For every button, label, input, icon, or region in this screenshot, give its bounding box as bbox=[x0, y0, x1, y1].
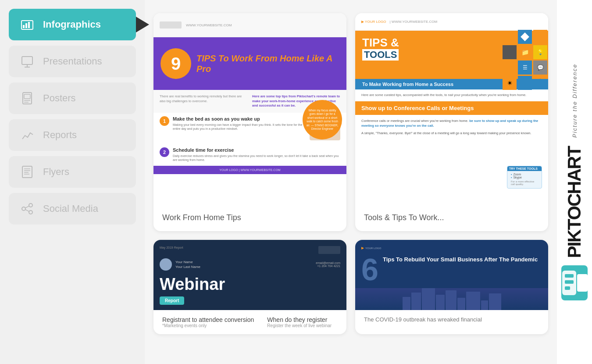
sidebar-item-reports-label: Reports bbox=[43, 129, 77, 141]
webinar-profile-row: Your Name Your Last Name email@email.com… bbox=[160, 258, 340, 271]
webinar-title: Webinar bbox=[160, 276, 340, 293]
inf1-title-text: To Work From Home Like A Pro bbox=[196, 54, 332, 74]
inf1-subtitle-left: There are real benefits to working remot… bbox=[160, 94, 248, 108]
svg-rect-23 bbox=[565, 280, 574, 284]
inf1-footer: YOUR LOGO | WWW.YOURWEBSITE.COM bbox=[153, 166, 346, 174]
brand-panel: Picture the Difference PIKTOCHART bbox=[557, 0, 592, 364]
webinar-report-year: May 2019 Report bbox=[160, 246, 183, 249]
inf1-tip2-title: Schedule time for exercise bbox=[173, 147, 340, 153]
shape-9: 💬 bbox=[533, 61, 547, 75]
webinar-card-image: May 2019 Report Your Name Your Last Name… bbox=[153, 240, 346, 310]
work-from-home-image: WWW.YOURWEBSITE.COM 9 TIPS To Work From … bbox=[153, 13, 346, 206]
rebuild-logo: YOUR LOGO bbox=[361, 246, 381, 250]
inf1-number: 9 bbox=[160, 48, 191, 79]
cursor-arrow bbox=[136, 17, 149, 32]
inf1-tip1-body: Making your bed every morning can have a… bbox=[173, 123, 306, 132]
inf1-tip2-body: Daily exercise reduces stress and gives … bbox=[173, 154, 340, 163]
webinar-card-inner: May 2019 Report Your Name Your Last Name… bbox=[153, 240, 346, 310]
sidebar-item-presentations[interactable]: Presentations bbox=[9, 46, 136, 77]
rebuild-top: YOUR LOGO bbox=[361, 246, 542, 250]
inf1-title: TIPS To Work From Home Like A Pro bbox=[196, 53, 339, 74]
building-1 bbox=[403, 297, 410, 310]
svg-rect-2 bbox=[25, 23, 27, 28]
sidebar-item-presentations-label: Presentations bbox=[43, 56, 102, 67]
shape-1 bbox=[503, 30, 517, 44]
webinar-contact: email@email.com +1 204 704 4221 bbox=[316, 261, 340, 268]
shape-2 bbox=[518, 30, 532, 44]
shape-8: ☰ bbox=[518, 61, 532, 75]
rebuild-title: Tips To Rebuild Your Small Business Afte… bbox=[383, 256, 538, 264]
svg-rect-4 bbox=[22, 57, 32, 64]
sidebar-item-social-media-label: Social Media bbox=[43, 203, 98, 214]
inf1-hero: 9 TIPS To Work From Home Like A Pro bbox=[153, 37, 346, 90]
webinar-name-text: Your Name bbox=[175, 260, 200, 264]
building-8 bbox=[481, 300, 488, 310]
rebuild-logo-text: YOUR LOGO bbox=[365, 247, 381, 250]
svg-rect-24 bbox=[565, 286, 570, 290]
infographics-icon bbox=[19, 17, 35, 32]
webinar-last-name: Your Last Name bbox=[175, 264, 200, 269]
svg-rect-8 bbox=[24, 94, 30, 99]
brand-logo-icon bbox=[561, 265, 588, 300]
infographic-2: ▶ YOUR LOGO | WWW.YOURWEBSITE.COM 📁 💡 ☰ bbox=[355, 13, 548, 206]
main-content: WWW.YOURWEBSITE.COM 9 TIPS To Work From … bbox=[145, 0, 557, 364]
shape-3 bbox=[533, 30, 547, 44]
webinar-card-footer: Registrant to attendee conversion *Marke… bbox=[153, 310, 346, 334]
inf2-tools-note: For a more effective call quality. bbox=[511, 180, 538, 186]
webinar-phone: +1 204 704 4221 bbox=[316, 264, 340, 268]
building-4 bbox=[436, 295, 445, 310]
webinar-footer-left: Registrant to attendee conversion *Marke… bbox=[162, 316, 254, 328]
reports-icon bbox=[19, 127, 35, 143]
webinar-report-label: Report bbox=[160, 296, 184, 305]
inf1-tips-word: TIPS bbox=[196, 54, 216, 63]
social-media-icon bbox=[19, 201, 35, 217]
presentations-icon bbox=[19, 54, 35, 69]
webinar-logo bbox=[318, 246, 340, 254]
webinar-card[interactable]: May 2019 Report Your Name Your Last Name… bbox=[153, 240, 346, 334]
sidebar-item-social-media[interactable]: Social Media bbox=[9, 193, 136, 225]
building-6 bbox=[457, 298, 465, 310]
work-from-home-label: Work From Home Tips bbox=[153, 206, 346, 231]
sidebar-item-infographics[interactable]: Infographics bbox=[9, 9, 136, 40]
bottom-cards-grid: May 2019 Report Your Name Your Last Name… bbox=[153, 240, 548, 334]
sidebar-item-flyers[interactable]: Flyers bbox=[9, 156, 136, 188]
inf2-tools-box: TRY THESE TOOLS Zoom Skype For a more ef… bbox=[507, 166, 542, 189]
inf2-website: | WWW.YOURWEBSITE.COM bbox=[390, 20, 438, 24]
inf2-title-line2: TOOLS bbox=[362, 49, 399, 61]
top-cards-grid: WWW.YOURWEBSITE.COM 9 TIPS To Work From … bbox=[153, 13, 548, 231]
rebuild-card-inner: YOUR LOGO 6 Tips To Rebuild Your Small B… bbox=[355, 240, 548, 310]
svg-line-19 bbox=[25, 206, 29, 208]
svg-rect-1 bbox=[23, 25, 25, 28]
webinar-label-register: When do they register bbox=[267, 316, 332, 323]
rebuild-number: 6 bbox=[361, 254, 378, 285]
rebuild-card-footer: The COVID-19 outbreak has wreaked financ… bbox=[355, 310, 548, 329]
inf1-tip1-content: Make the bed as soon as you wake up Maki… bbox=[173, 116, 306, 132]
shape-7 bbox=[503, 61, 517, 75]
shape-5: 📁 bbox=[518, 45, 532, 59]
inf2-header: ▶ YOUR LOGO | WWW.YOURWEBSITE.COM bbox=[355, 13, 548, 31]
decorative-shapes: 📁 💡 ☰ 💬 ✴ bbox=[503, 30, 548, 121]
rebuild-card[interactable]: YOUR LOGO 6 Tips To Rebuild Your Small B… bbox=[355, 240, 548, 334]
tools-tips-card[interactable]: ▶ YOUR LOGO | WWW.YOURWEBSITE.COM 📁 💡 ☰ bbox=[355, 13, 548, 231]
shape-11 bbox=[518, 76, 532, 90]
inf2-tool-zoom: Zoom bbox=[511, 173, 538, 176]
inf1-header: WWW.YOURWEBSITE.COM bbox=[153, 13, 346, 37]
building-2 bbox=[411, 293, 421, 310]
shape-4 bbox=[503, 45, 517, 59]
inf2-tool-skype: Skype bbox=[511, 176, 538, 179]
svg-line-20 bbox=[25, 210, 29, 211]
webinar-footer-right: When do they register Register the week … bbox=[267, 316, 332, 328]
brand-tagline: Picture the Difference bbox=[571, 64, 578, 138]
sidebar-item-posters[interactable]: Posters bbox=[9, 82, 136, 114]
sidebar-item-flyers-label: Flyers bbox=[43, 166, 69, 178]
svg-point-18 bbox=[29, 211, 32, 214]
brand-name: PIKTOCHART bbox=[565, 146, 584, 258]
inf2-logo: ▶ YOUR LOGO bbox=[361, 20, 386, 24]
work-from-home-card[interactable]: WWW.YOURWEBSITE.COM 9 TIPS To Work From … bbox=[153, 13, 346, 231]
webinar-label-register-note: Register the week of live webinar bbox=[267, 323, 332, 328]
svg-rect-11 bbox=[22, 166, 32, 178]
svg-point-17 bbox=[29, 203, 32, 207]
building-3 bbox=[422, 288, 435, 310]
sidebar-item-reports[interactable]: Reports bbox=[9, 119, 136, 151]
rebuild-card-image: YOUR LOGO 6 Tips To Rebuild Your Small B… bbox=[355, 240, 548, 310]
